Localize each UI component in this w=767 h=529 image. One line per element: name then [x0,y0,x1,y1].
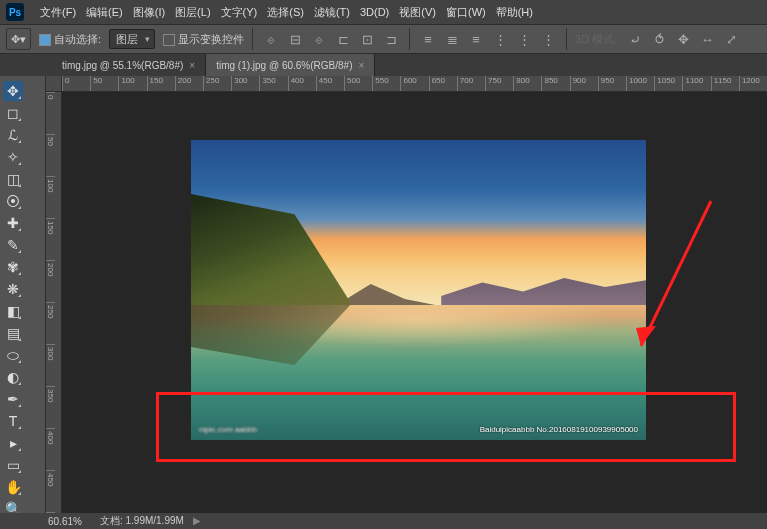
stamp-tool[interactable]: ✾ [3,257,23,277]
brush-tool[interactable]: ✎ [3,235,23,255]
ruler-vertical[interactable]: 0501001502002503003504004505005506006507… [46,92,62,513]
ruler-tick: 600 [400,76,428,91]
crop-tool[interactable]: ◫ [3,169,23,189]
magic-wand-tool[interactable]: ✧ [3,147,23,167]
hand-tool[interactable]: ✋ [3,477,23,497]
pan-3d-icon: ✥ [673,29,693,49]
type-tool[interactable]: T [3,411,23,431]
menu-image[interactable]: 图像(I) [133,5,165,20]
menu-edit[interactable]: 编辑(E) [86,5,123,20]
align-right-icon[interactable]: ⊐ [381,29,401,49]
ruler-tick: 650 [429,76,457,91]
ruler-tick: 250 [46,302,55,344]
ruler-tick: 300 [46,344,55,386]
menu-view[interactable]: 视图(V) [399,5,436,20]
roll-3d-icon: ⥀ [649,29,669,49]
ruler-tick: 950 [598,76,626,91]
distribute-right-icon[interactable]: ⋮ [538,29,558,49]
ruler-tick: 350 [46,386,55,428]
watermark-right: Baiduipicaabbb No.20160819100939905000 [480,425,638,434]
ruler-origin[interactable] [46,76,62,92]
path-select-tool[interactable]: ▸ [3,433,23,453]
gradient-tool[interactable]: ▤ [3,323,23,343]
options-bar: ✥▾ 自动选择: 图层 显示变换控件 ⟐ ⊟ ⟐ ⊏ ⊡ ⊐ ≡ ≣ ≡ ⋮ ⋮… [0,24,767,54]
ruler-tick: 850 [541,76,569,91]
align-vcenter-icon[interactable]: ⊟ [285,29,305,49]
ruler-tick: 1150 [711,76,739,91]
menu-help[interactable]: 帮助(H) [496,5,533,20]
document-canvas[interactable]: nipic.com aabbb Baiduipicaabbb No.201608… [191,140,646,440]
distribute-top-icon[interactable]: ≡ [418,29,438,49]
ruler-tick: 750 [485,76,513,91]
status-doc-info[interactable]: 文档: 1.99M/1.99M ▶ [100,514,201,528]
ruler-tick: 550 [372,76,400,91]
menu-filter[interactable]: 滤镜(T) [314,5,350,20]
distribute-icons: ≡ ≣ ≡ ⋮ ⋮ ⋮ [418,29,558,49]
healing-brush-tool[interactable]: ✚ [3,213,23,233]
close-icon[interactable]: × [358,60,364,71]
align-hcenter-icon[interactable]: ⊡ [357,29,377,49]
auto-select-target[interactable]: 图层 [109,29,155,49]
watermark-left: nipic.com aabbb [199,425,257,434]
scale-3d-icon: ⤢ [721,29,741,49]
chevron-right-icon: ▶ [193,515,201,526]
show-transform-checkbox[interactable]: 显示变换控件 [163,32,244,47]
auto-select-checkbox[interactable]: 自动选择: [39,32,101,47]
canvas-area[interactable]: 0501001502002503003504004505005506006507… [46,76,767,513]
menu-type[interactable]: 文字(Y) [221,5,258,20]
show-transform-label: 显示变换控件 [178,33,244,45]
ruler-tick: 0 [46,92,55,134]
ruler-tick: 1200 [739,76,767,91]
ruler-tick: 100 [118,76,146,91]
move-tool-indicator[interactable]: ✥▾ [6,28,31,50]
rectangle-tool[interactable]: ▭ [3,455,23,475]
distribute-hcenter-icon[interactable]: ⋮ [514,29,534,49]
separator [409,28,410,50]
ruler-tick: 200 [46,260,55,302]
menu-file[interactable]: 文件(F) [40,5,76,20]
align-icons: ⟐ ⊟ ⟐ ⊏ ⊡ ⊐ [261,29,401,49]
menu-3d[interactable]: 3D(D) [360,6,389,18]
ruler-tick: 500 [344,76,372,91]
ruler-tick: 400 [288,76,316,91]
status-zoom[interactable]: 60.61% [48,516,82,527]
blur-tool[interactable]: ⬭ [3,345,23,365]
close-icon[interactable]: × [189,60,195,71]
lasso-tool[interactable]: ℒ [3,125,23,145]
align-bottom-icon[interactable]: ⟐ [309,29,329,49]
distribute-bottom-icon[interactable]: ≡ [466,29,486,49]
move-tool[interactable]: ✥ [3,81,23,101]
status-bar: 60.61% 文档: 1.99M/1.99M ▶ [0,513,767,529]
orbit-3d-icon: ⤾ [625,29,645,49]
app-logo: Ps [6,3,24,21]
slide-3d-icon: ↔ [697,29,717,49]
ruler-tick: 450 [316,76,344,91]
image-content: nipic.com aabbb Baiduipicaabbb No.201608… [191,140,646,440]
eyedropper-tool[interactable]: ⦿ [3,191,23,211]
mode3d-icons: ⤾ ⥀ ✥ ↔ ⤢ [625,29,741,49]
ruler-tick: 800 [513,76,541,91]
menu-select[interactable]: 选择(S) [267,5,304,20]
distribute-vcenter-icon[interactable]: ≣ [442,29,462,49]
align-top-icon[interactable]: ⟐ [261,29,281,49]
ruler-tick: 350 [259,76,287,91]
ruler-tick: 1000 [626,76,654,91]
image-watermark: nipic.com aabbb Baiduipicaabbb No.201608… [191,425,646,434]
pen-tool[interactable]: ✒ [3,389,23,409]
menu-window[interactable]: 窗口(W) [446,5,486,20]
ruler-tick: 100 [46,176,55,218]
document-tab[interactable]: timg.jpg @ 55.1%(RGB/8#) × [52,54,206,76]
eraser-tool[interactable]: ◧ [3,301,23,321]
ruler-tick: 300 [231,76,259,91]
distribute-left-icon[interactable]: ⋮ [490,29,510,49]
separator [252,28,253,50]
separator [566,28,567,50]
align-left-icon[interactable]: ⊏ [333,29,353,49]
ruler-tick: 700 [457,76,485,91]
document-tab[interactable]: timg (1).jpg @ 60.6%(RGB/8#) × [206,54,375,76]
marquee-tool[interactable]: ◻ [3,103,23,123]
dodge-tool[interactable]: ◐ [3,367,23,387]
ruler-horizontal[interactable]: 0501001502002503003504004505005506006507… [62,76,767,92]
history-brush-tool[interactable]: ❋ [3,279,23,299]
menu-layer[interactable]: 图层(L) [175,5,210,20]
